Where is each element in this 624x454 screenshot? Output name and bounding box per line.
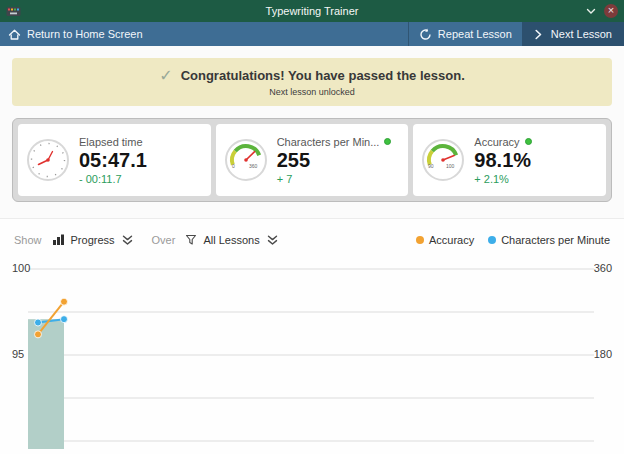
success-banner: ✓ Congratulations! You have passed the l… [12,58,612,106]
filter-icon [185,234,197,246]
left-axis-tick-top: 100 [12,262,30,274]
window-title: Typewriting Trainer [0,5,624,17]
accuracy-legend-dot [416,236,424,244]
lesson-filter-selector[interactable]: All Lessons [185,234,278,246]
cpm-legend-dot [488,236,496,244]
right-axis-tick-top: 360 [594,262,612,274]
show-label: Show [14,234,42,246]
gauge-min-label: 0 [232,163,235,169]
gauge-max-label: 360 [249,163,258,169]
home-icon [8,28,21,41]
stat-value: 255 [277,149,401,172]
stat-label: Characters per Min... [277,136,380,148]
chevron-right-icon [534,29,543,40]
lesson-filter-label: All Lessons [203,234,259,246]
clock-icon [26,138,70,182]
status-dot [384,138,391,145]
stat-value: 05:47.1 [79,149,203,172]
stat-card-accuracy: 90 100 Accuracy 98.1% + 2.1% [413,124,606,196]
stat-card-characters-per-minute: 0 360 Characters per Min... 255 + 7 [216,124,409,196]
stats-panel: Elapsed time 05:47.1 - 00:11.7 0 360 Cha… [12,118,612,202]
double-chevron-down-icon [266,235,279,246]
check-icon: ✓ [159,68,172,84]
graph-type-selector[interactable]: Progress [52,234,134,246]
titlebar: Typewriting Trainer × [0,0,624,22]
repeat-lesson-button[interactable]: Repeat Lesson [408,22,522,46]
bar-chart-icon [52,234,65,246]
stat-delta: + 2.1% [474,173,598,185]
repeat-lesson-label: Repeat Lesson [438,28,512,40]
cpm-legend-label: Characters per Minute [501,234,610,246]
speed-gauge-icon: 0 360 [224,138,268,182]
progress-chart[interactable] [0,259,624,454]
right-axis-tick-mid: 180 [594,348,612,360]
over-label: Over [152,234,176,246]
stat-label: Elapsed time [79,136,143,148]
refresh-icon [419,28,432,41]
progress-chart-area[interactable]: 100 95 360 180 [0,259,624,454]
stat-label: Accuracy [474,136,519,148]
legend-item-accuracy: Accuracy [416,234,474,246]
legend-item-cpm: Characters per Minute [488,234,610,246]
banner-title: Congratulations! You have passed the les… [181,68,465,83]
stat-delta: - 00:11.7 [79,173,203,185]
graph-section: Show Progress Over [0,218,624,454]
close-button[interactable]: × [604,4,618,18]
left-axis-tick-mid: 95 [12,348,24,360]
stat-card-elapsed-time: Elapsed time 05:47.1 - 00:11.7 [18,124,211,196]
double-chevron-down-icon [121,235,134,246]
stat-value: 98.1% [474,149,598,172]
toolbar: Return to Home Screen Repeat Lesson Next… [0,22,624,46]
chart-controls: Show Progress Over [0,227,624,253]
chart-legend: Accuracy Characters per Minute [416,234,610,246]
return-home-label: Return to Home Screen [27,28,143,40]
next-lesson-label: Next Lesson [551,28,612,40]
status-dot [525,138,532,145]
chevron-down-icon[interactable] [586,8,596,15]
accuracy-legend-label: Accuracy [429,234,474,246]
accuracy-gauge-icon: 90 100 [421,138,465,182]
graph-type-label: Progress [71,234,115,246]
next-lesson-button[interactable]: Next Lesson [522,22,624,46]
gauge-min-label: 90 [428,163,434,169]
return-home-button[interactable]: Return to Home Screen [0,22,153,46]
banner-subtitle: Next lesson unlocked [269,87,355,97]
close-icon: × [604,4,618,18]
gauge-max-label: 100 [446,163,455,169]
stat-delta: + 7 [277,173,401,185]
